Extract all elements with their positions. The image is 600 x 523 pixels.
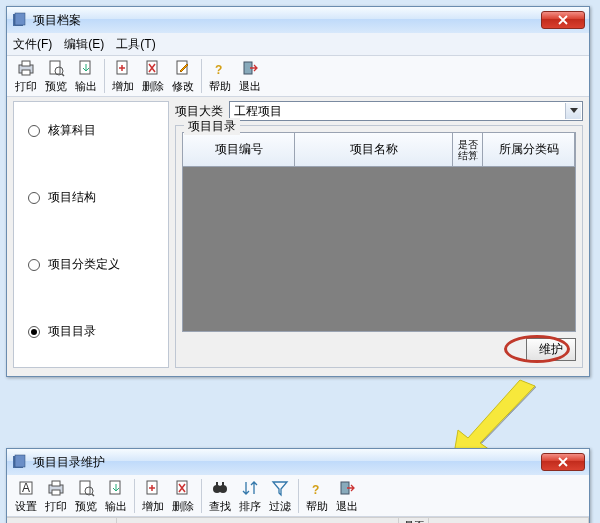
svg-rect-30 <box>216 482 218 487</box>
separator <box>298 479 299 513</box>
printer-icon <box>16 58 36 78</box>
add-icon <box>143 478 163 498</box>
svg-text:A: A <box>22 481 30 495</box>
close-button[interactable] <box>541 11 585 29</box>
table-header: 项目编号 项目名称 是否结算 所属分类码 <box>183 133 575 167</box>
close-icon <box>558 457 568 467</box>
print-button[interactable]: 打印 <box>41 476 71 516</box>
export-icon <box>76 58 96 78</box>
menu-file[interactable]: 文件(F) <box>13 36 52 53</box>
svg-rect-20 <box>52 481 60 486</box>
category-combo[interactable]: 工程项目 <box>229 101 583 121</box>
print-button[interactable]: 打印 <box>11 56 41 96</box>
combo-value: 工程项目 <box>234 103 282 120</box>
maintain-button[interactable]: 维护 <box>526 338 576 361</box>
help-button[interactable]: ? 帮助 <box>205 56 235 96</box>
help-button[interactable]: ?帮助 <box>302 476 332 516</box>
filter-icon <box>270 478 290 498</box>
directory-group: 项目目录 项目编号 项目名称 是否结算 所属分类码 维护 <box>175 125 583 368</box>
exit-button[interactable]: 退出 <box>332 476 362 516</box>
close-button[interactable] <box>541 453 585 471</box>
button-row: 维护 <box>182 332 576 361</box>
close-icon <box>558 15 568 25</box>
svg-line-24 <box>92 494 94 496</box>
project-table[interactable]: 项目编号 项目名称 是否结算 所属分类码 <box>182 132 576 332</box>
radio-icon <box>28 192 40 204</box>
separator <box>201 479 202 513</box>
preview-icon <box>76 478 96 498</box>
svg-rect-21 <box>52 490 60 495</box>
svg-rect-3 <box>22 61 30 66</box>
titlebar: 项目目录维护 <box>7 449 589 475</box>
modify-button[interactable]: 修改 <box>168 56 198 96</box>
menu-edit[interactable]: 编辑(E) <box>64 36 104 53</box>
svg-rect-4 <box>22 70 30 75</box>
add-icon <box>113 58 133 78</box>
chevron-down-icon <box>565 103 581 119</box>
radio-icon <box>28 125 40 137</box>
svg-line-7 <box>62 74 64 76</box>
svg-rect-25 <box>110 481 120 494</box>
col-class-code[interactable]: 所属分类码 <box>483 133 575 167</box>
preview-button[interactable]: 预览 <box>41 56 71 96</box>
delete-button[interactable]: 删除 <box>138 56 168 96</box>
find-button[interactable]: 查找 <box>205 476 235 516</box>
main-panel: 项目大类 工程项目 项目目录 项目编号 项目名称 是否结算 所属分类码 <box>175 101 583 368</box>
sidebar: 核算科目 项目结构 项目分类定义 项目目录 <box>13 101 169 368</box>
binoculars-icon <box>210 478 230 498</box>
export-button[interactable]: 输出 <box>101 476 131 516</box>
exit-button[interactable]: 退出 <box>235 56 265 96</box>
sidebar-item-directory[interactable]: 项目目录 <box>28 323 154 340</box>
window-title: 项目目录维护 <box>33 454 105 471</box>
menubar: 文件(F) 编辑(E) 工具(T) <box>7 33 589 55</box>
col-project-id[interactable]: 项目编号 <box>183 133 295 167</box>
app-icon <box>11 12 27 28</box>
delete-icon <box>173 478 193 498</box>
delete-button[interactable]: 删除 <box>168 476 198 516</box>
separator <box>104 59 105 93</box>
separator <box>134 479 135 513</box>
radio-icon <box>28 259 40 271</box>
printer-icon <box>46 478 66 498</box>
exit-icon <box>240 58 260 78</box>
toolbar: 打印 预览 输出 增加 删除 修改 ? 帮助 退出 <box>7 55 589 97</box>
sort-button[interactable]: 排序 <box>235 476 265 516</box>
window-title: 项目档案 <box>33 12 81 29</box>
svg-rect-8 <box>80 61 90 74</box>
client-area: 核算科目 项目结构 项目分类定义 项目目录 项目大类 工程项目 项目目录 项目编… <box>7 97 589 376</box>
table-header-strip: 是否 <box>7 517 589 523</box>
menu-tool[interactable]: 工具(T) <box>116 36 155 53</box>
svg-rect-1 <box>15 13 25 25</box>
category-label: 项目大类 <box>175 103 223 120</box>
delete-icon <box>143 58 163 78</box>
radio-icon <box>28 326 40 338</box>
titlebar: 项目档案 <box>7 7 589 33</box>
setup-button[interactable]: A设置 <box>11 476 41 516</box>
exit-icon <box>337 478 357 498</box>
help-icon: ? <box>307 478 327 498</box>
svg-rect-31 <box>222 482 224 487</box>
export-icon <box>106 478 126 498</box>
help-icon: ? <box>210 58 230 78</box>
svg-rect-16 <box>15 455 25 467</box>
filter-button[interactable]: 过滤 <box>265 476 295 516</box>
project-directory-maint-window: 项目目录维护 A设置 打印 预览 输出 增加 删除 查找 排序 过滤 ?帮助 退… <box>6 448 590 523</box>
add-button[interactable]: 增加 <box>138 476 168 516</box>
separator <box>201 59 202 93</box>
preview-icon <box>46 58 66 78</box>
sort-icon <box>240 478 260 498</box>
setup-icon: A <box>16 478 36 498</box>
svg-text:?: ? <box>215 63 222 77</box>
sidebar-item-structure[interactable]: 项目结构 <box>28 189 154 206</box>
col-settled[interactable]: 是否结算 <box>453 133 483 167</box>
svg-text:?: ? <box>312 483 319 497</box>
project-archive-window: 项目档案 文件(F) 编辑(E) 工具(T) 打印 预览 输出 增加 删除 <box>6 6 590 377</box>
app-icon <box>11 454 27 470</box>
group-label: 项目目录 <box>184 118 240 135</box>
export-button[interactable]: 输出 <box>71 56 101 96</box>
sidebar-item-accounts[interactable]: 核算科目 <box>28 122 154 139</box>
sidebar-item-category-def[interactable]: 项目分类定义 <box>28 256 154 273</box>
add-button[interactable]: 增加 <box>108 56 138 96</box>
col-project-name[interactable]: 项目名称 <box>295 133 453 167</box>
preview-button[interactable]: 预览 <box>71 476 101 516</box>
